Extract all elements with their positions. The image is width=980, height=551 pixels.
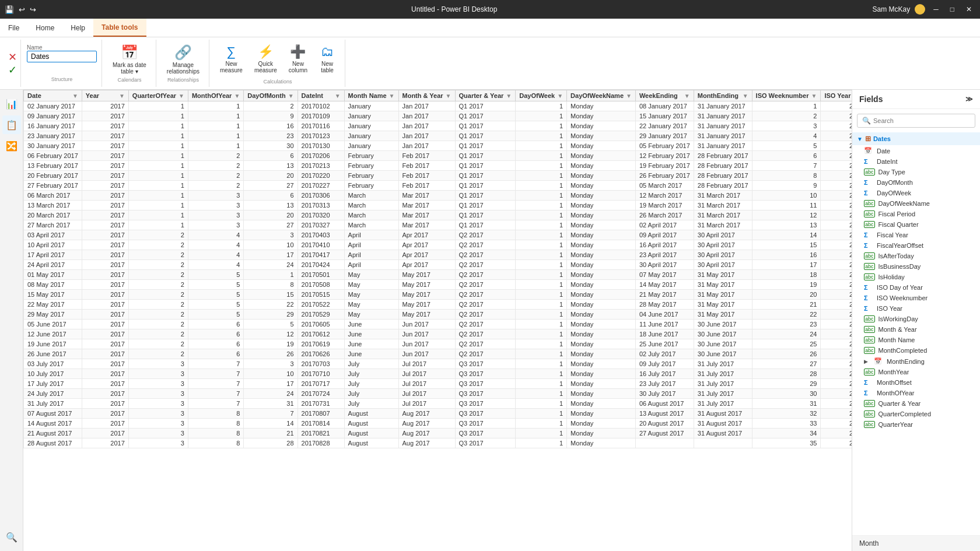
table-row[interactable]: 19 June 20172017261920170619JuneJun 2017… xyxy=(24,339,852,349)
table-row[interactable]: 24 July 20172017372420170724JulyJul 2017… xyxy=(24,389,852,399)
down-filter-icon[interactable]: ▼ xyxy=(626,93,632,99)
menu-help[interactable]: Help xyxy=(62,19,93,37)
search-input[interactable] xyxy=(873,117,970,124)
table-row[interactable]: 13 March 20172017131320170313MarchMar 20… xyxy=(24,201,852,210)
qy-filter-icon[interactable]: ▼ xyxy=(506,93,512,99)
mname-filter-icon[interactable]: ▼ xyxy=(389,93,395,99)
field-item[interactable]: abcQuarterYear xyxy=(852,419,980,430)
date-filter-icon[interactable]: ▼ xyxy=(72,93,78,99)
menu-home[interactable]: Home xyxy=(27,19,62,37)
qoy-filter-icon[interactable]: ▼ xyxy=(178,93,184,99)
sidebar-report-icon[interactable]: 📊 xyxy=(2,94,21,113)
field-item[interactable]: abcMonthYear xyxy=(852,367,980,377)
fields-collapse-icon[interactable]: ≫ xyxy=(965,95,973,103)
table-row[interactable]: 07 August 2017201738720170807AugustAug 2… xyxy=(24,409,852,419)
table-row[interactable]: 06 February 2017201712620170206FebruaryF… xyxy=(24,151,852,161)
table-row[interactable]: 08 May 2017201725820170508MayMay 2017Q2 … xyxy=(24,280,852,290)
table-row[interactable]: 31 July 20172017373120170731JulyJul 2017… xyxy=(24,399,852,409)
table-row[interactable]: 13 February 20172017121320170213February… xyxy=(24,161,852,171)
name-input[interactable] xyxy=(27,51,97,62)
close-btn[interactable]: ✕ xyxy=(963,5,975,13)
table-row[interactable]: 23 January 20172017112320170123JanuaryJa… xyxy=(24,131,852,141)
my-filter-icon[interactable]: ▼ xyxy=(446,93,452,99)
field-item[interactable]: abcIsHoliday xyxy=(852,272,980,282)
search-box[interactable]: 🔍 xyxy=(857,114,975,128)
table-row[interactable]: 01 May 2017201725120170501MayMay 2017Q2 … xyxy=(24,270,852,280)
sidebar-dax-icon[interactable]: 🔍 xyxy=(2,528,21,546)
redo-icon[interactable]: ↪ xyxy=(30,5,36,14)
field-item[interactable]: abcDayOfWeekName xyxy=(852,198,980,209)
table-row[interactable]: 10 July 20172017371020170710JulyJul 2017… xyxy=(24,369,852,379)
field-item[interactable]: ΣISO Weeknumber xyxy=(852,293,980,303)
moy-filter-icon[interactable]: ▼ xyxy=(234,93,240,99)
fields-table-header[interactable]: ▼ ⊞ Dates xyxy=(852,132,980,145)
table-row[interactable]: 20 March 20172017132020170320MarchMar 20… xyxy=(24,210,852,220)
menu-file[interactable]: File xyxy=(0,19,27,37)
field-item[interactable]: abcFiscal Period xyxy=(852,209,980,219)
maximize-btn[interactable]: □ xyxy=(947,5,958,13)
field-expand-icon[interactable]: ▶ xyxy=(864,359,868,364)
save-icon[interactable]: 💾 xyxy=(5,5,14,14)
table-row[interactable]: 30 January 20172017113020170130JanuaryJa… xyxy=(24,141,852,151)
table-row[interactable]: 17 April 20172017241720170417AprilApr 20… xyxy=(24,250,852,260)
table-row[interactable]: 27 March 20172017132720170327MarchMar 20… xyxy=(24,220,852,230)
field-item[interactable]: abcDay Type xyxy=(852,167,980,177)
dom-filter-icon[interactable]: ▼ xyxy=(288,93,294,99)
field-item[interactable]: ΣMonthOffset xyxy=(852,377,980,388)
field-item[interactable]: abcIsAfterToday xyxy=(852,251,980,261)
year-filter-icon[interactable]: ▼ xyxy=(119,93,125,99)
table-row[interactable]: 27 February 20172017122720170227February… xyxy=(24,181,852,191)
table-row[interactable]: 22 May 20172017252220170522MayMay 2017Q2… xyxy=(24,300,852,310)
table-row[interactable]: 24 April 20172017242420170424AprilApr 20… xyxy=(24,260,852,270)
new-measure-btn[interactable]: ∑ Newmeasure xyxy=(215,42,247,76)
table-row[interactable]: 12 June 20172017261220170612JuneJun 2017… xyxy=(24,329,852,339)
field-item[interactable]: ΣISO Day of Year xyxy=(852,282,980,293)
table-row[interactable]: 28 August 20172017382820170828AugustAug … xyxy=(24,438,852,448)
field-item[interactable]: abcMonth & Year xyxy=(852,324,980,335)
field-item[interactable]: ΣMonthOfYear xyxy=(852,388,980,398)
table-row[interactable]: 03 April 2017201724320170403AprilApr 201… xyxy=(24,230,852,240)
minimize-btn[interactable]: ─ xyxy=(930,5,942,13)
me-filter-icon[interactable]: ▼ xyxy=(743,93,748,99)
table-row[interactable]: 26 June 20172017262620170626JuneJun 2017… xyxy=(24,349,852,359)
table-row[interactable]: 15 May 20172017251520170515MayMay 2017Q2… xyxy=(24,290,852,300)
table-row[interactable]: 14 August 20172017381420170814AugustAug … xyxy=(24,419,852,429)
table-row[interactable]: 02 January 2017201711220170102JanuaryJan… xyxy=(24,101,852,111)
table-row[interactable]: 03 July 2017201737320170703JulyJul 2017Q… xyxy=(24,359,852,369)
field-item[interactable]: ΣFiscalYearOffset xyxy=(852,240,980,251)
dateint-filter-icon[interactable]: ▼ xyxy=(335,93,341,99)
field-item[interactable]: ▶📅MonthEnding xyxy=(852,356,980,367)
table-row[interactable]: 20 February 20172017122020170220February… xyxy=(24,171,852,181)
field-item[interactable]: ΣDayOfWeek xyxy=(852,188,980,198)
confirm-edit-icon[interactable]: ✓ xyxy=(8,64,17,76)
cancel-edit-icon[interactable]: ✕ xyxy=(8,51,17,64)
field-item[interactable]: ΣFiscal Year xyxy=(852,230,980,240)
menu-table-tools[interactable]: Table tools xyxy=(93,19,146,37)
table-row[interactable]: 17 July 20172017371720170717JulyJul 2017… xyxy=(24,379,852,389)
table-row[interactable]: 09 January 2017201711920170109JanuaryJan… xyxy=(24,111,852,121)
we-filter-icon[interactable]: ▼ xyxy=(684,93,690,99)
table-row[interactable]: 21 August 20172017382120170821AugustAug … xyxy=(24,429,852,438)
field-item[interactable]: ΣDayOfMonth xyxy=(852,177,980,188)
table-row[interactable]: 16 January 20172017111620170116JanuaryJa… xyxy=(24,121,852,131)
sidebar-model-icon[interactable]: 🔀 xyxy=(2,136,21,155)
field-item[interactable]: abcQuarter & Year xyxy=(852,398,980,409)
field-item[interactable]: abcFiscal Quarter xyxy=(852,219,980,230)
field-item[interactable]: ΣDateInt xyxy=(852,156,980,167)
sidebar-data-icon[interactable]: 📋 xyxy=(2,115,21,134)
field-item[interactable]: abcMonth Name xyxy=(852,335,980,345)
grid-area[interactable]: Date▼ Year▼ QuarterOfYear▼ MonthOfYear▼ … xyxy=(23,90,852,551)
manage-relationships-btn[interactable]: 🔗 Managerelationships xyxy=(162,42,204,77)
iwn-filter-icon[interactable]: ▼ xyxy=(811,93,817,99)
field-item[interactable]: abcIsBusinessDay xyxy=(852,261,980,272)
dow-filter-icon[interactable]: ▼ xyxy=(557,93,563,99)
mark-as-date-table-btn[interactable]: 📅 Mark as datetable ▾ xyxy=(108,42,151,77)
field-item[interactable]: 📅Date xyxy=(852,145,980,156)
new-column-btn[interactable]: ➕ Newcolumn xyxy=(284,42,312,76)
table-row[interactable]: 29 May 20172017252920170529MayMay 2017Q2… xyxy=(24,310,852,320)
field-item[interactable]: abcQuarterCompleted xyxy=(852,409,980,419)
new-table-btn[interactable]: 🗂 Newtable xyxy=(314,42,340,76)
quick-measure-btn[interactable]: ⚡ Quickmeasure xyxy=(250,42,282,76)
table-row[interactable]: 06 March 2017201713620170306MarchMar 201… xyxy=(24,191,852,201)
field-item[interactable]: abcMonthCompleted xyxy=(852,345,980,356)
